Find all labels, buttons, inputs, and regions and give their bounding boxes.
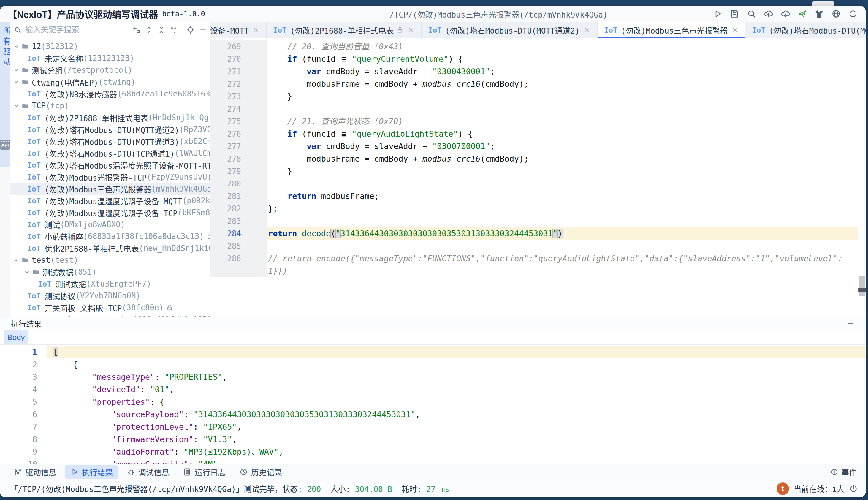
close-icon[interactable] xyxy=(408,27,415,34)
bottom-tab-play[interactable]: 执行结果 xyxy=(65,465,117,479)
json-line-content: "messageType": "PROPERTIES", xyxy=(47,371,866,383)
chevron-down-icon[interactable] xyxy=(13,79,20,85)
tree-item[interactable]: IoT测试协议(V2Yvb7DN6o0N) xyxy=(10,290,210,302)
tree-folder[interactable]: 测试数据(851) xyxy=(10,266,210,278)
code-token: "firmwareVersion" xyxy=(111,435,193,444)
iot-badge: IoT xyxy=(27,137,41,146)
result-json-viewer[interactable]: 1[2 {3 "messageType": "PROPERTIES",4 "de… xyxy=(0,345,866,464)
line-number: 283 xyxy=(210,215,267,227)
close-icon[interactable] xyxy=(253,27,260,34)
editor-tab[interactable]: IoT(勿改)塔石Modbus-DTU(MQTT通 xyxy=(745,22,866,38)
code-line-content: modbusFrame = cmdBody + modbus_crc16(cmd… xyxy=(267,78,866,90)
expand-all-icon[interactable] xyxy=(145,25,153,34)
code-editor[interactable]: 269 // 20. 查询当前音量 (0x43)270 if (funcId ≡… xyxy=(210,38,866,317)
collapse-panel-icon[interactable] xyxy=(198,25,207,34)
events-button[interactable]: 事件 xyxy=(830,466,857,477)
add-group-icon[interactable] xyxy=(132,25,141,34)
tree-item[interactable]: IoT(勿改)塔石Modbus-DTU(TCP通道1)(lWAUlCmM53 xyxy=(10,147,210,159)
editor-tab[interactable]: IoT(勿改)2P1688-单相挂式电表 xyxy=(266,22,422,38)
locate-icon[interactable] xyxy=(186,25,195,34)
tree-item[interactable]: IoT小蘑菇插座(68831a1f38fc106a8dac3c13) xyxy=(10,230,210,242)
code-token: ) { xyxy=(458,129,472,138)
bottom-tab-sliders[interactable]: 驱动信息 xyxy=(9,465,61,479)
code-token: modbusFrame; xyxy=(317,192,379,201)
sort-az-icon[interactable]: AZ xyxy=(170,25,178,34)
tree-item-id: (tcp) xyxy=(46,101,69,110)
title-bar: 【NexIoT】产品协议驱动编写调试器 beta-1.0.0 /TCP/(勿改)… xyxy=(0,6,866,22)
tree-item[interactable]: IoT(勿改)Modbus温湿度光照子设备-TCP(bKFSm8yKgy xyxy=(10,207,210,218)
save-icon[interactable] xyxy=(730,9,740,19)
code-token: (funcId xyxy=(297,129,341,138)
avatar[interactable]: t xyxy=(777,482,789,495)
search-input[interactable] xyxy=(25,25,132,35)
minimize-icon[interactable] xyxy=(847,319,855,328)
json-line-content: "properties": { xyxy=(47,396,866,408)
power-icon[interactable] xyxy=(849,484,858,493)
iot-badge: IoT xyxy=(428,26,442,34)
collapse-all-icon[interactable] xyxy=(157,25,165,34)
tree-folder[interactable]: 测试分组(/testprotocol) xyxy=(10,64,210,76)
tab-label: (勿改)塔石Modbus-DTU(MQTT通 xyxy=(769,25,866,36)
tree-item-label: TCP xyxy=(32,101,46,110)
bottom-tab-log[interactable]: 运行日志 xyxy=(178,465,230,479)
tree-folder[interactable]: test(test) xyxy=(10,254,210,266)
tree-item[interactable]: IoT开关面板-MQTT-doc编写(688cd92fdb9e0158872 xyxy=(10,314,210,317)
api-icon[interactable]: API xyxy=(0,140,10,150)
bottom-tab-bug[interactable]: 调试信息 xyxy=(122,465,174,479)
cloud-upload-icon[interactable] xyxy=(764,9,773,19)
chevron-down-icon[interactable] xyxy=(24,269,30,275)
tree-item[interactable]: IoT(勿改)塔石Modbus-DTU(MQTT通道2)(RpZ3VQIa6Y xyxy=(10,124,210,135)
tree-item-label: 测试 xyxy=(45,219,60,230)
tab-body[interactable]: Body xyxy=(4,330,28,344)
code-line: 285 xyxy=(210,240,866,252)
tree-item[interactable]: IoT(勿改)NB水浸传感器(68bd7ea11c9e6085163c3f5 xyxy=(10,88,210,100)
theme-shirt-icon[interactable] xyxy=(814,9,824,19)
tree-folder[interactable]: 12(312312) xyxy=(10,41,210,52)
background-tab xyxy=(812,1,834,6)
tree-item[interactable]: IoT开关面板-文档版-TCP(38fc80e) xyxy=(10,302,210,314)
close-icon[interactable] xyxy=(584,27,591,34)
nav-item-all-drivers[interactable]: 所有驱动 API xyxy=(0,22,10,167)
chevron-down-icon[interactable] xyxy=(13,257,20,263)
chevron-down-icon[interactable] xyxy=(13,43,20,49)
code-line: 279 } xyxy=(210,165,866,178)
tree-item[interactable]: IoT(勿改)2P1688-单相挂式电表(HnDdSnj1kiQg) xyxy=(10,112,210,124)
tree-item[interactable]: IoT(勿改)Modbus温湿度光照子设备-MQTT(p0B2kKqdJ xyxy=(10,195,210,207)
line-number: 10 xyxy=(0,458,47,464)
bottom-tab-clock[interactable]: 历史记录 xyxy=(235,465,287,479)
tree-item[interactable]: IoT(勿改)塔石Modbus温湿度光照子设备-MQTT-RTU(3 xyxy=(10,159,210,171)
tree-item-id: (p0B2kKqdJ xyxy=(182,196,210,205)
tree-item-label: (勿改)Modbus温湿度光照子设备-MQTT xyxy=(45,195,182,206)
refresh-icon[interactable] xyxy=(848,9,858,19)
editor-tab[interactable]: IoT(勿改)塔石Modbus-DTU(MQTT通道2) xyxy=(422,22,597,38)
code-token: ≡ xyxy=(341,54,347,64)
close-icon[interactable] xyxy=(732,27,739,34)
editor-tab[interactable]: 设备-MQTT xyxy=(210,22,266,38)
chevron-down-icon[interactable] xyxy=(13,102,20,109)
tree-folder[interactable]: TCP(tcp) xyxy=(10,100,210,112)
tree-item[interactable]: IoT(勿改)Modbus三色声光报警器(mVnhk9Vk4QGa) xyxy=(10,183,210,195)
chevron-down-icon[interactable] xyxy=(13,67,20,73)
tree-item[interactable]: IoT测试数据(Xtu3ErgfePF7) xyxy=(10,278,210,290)
globe-icon[interactable] xyxy=(831,9,841,19)
code-token: [ xyxy=(54,348,58,356)
tree-item[interactable]: IoT优化2P1688-单相挂式电表(new_HnDdSnj1kiQg) xyxy=(10,242,210,254)
tree-folder[interactable]: Ctwing(电信AEP)(ctwing) xyxy=(10,76,210,88)
run-icon[interactable] xyxy=(713,9,722,19)
editor-tab[interactable]: IoT(勿改)Modbus三色声光报警器 xyxy=(597,22,745,38)
tree-item-id: (312312) xyxy=(41,42,78,51)
code-token: (cmdBody); xyxy=(480,79,529,89)
divider xyxy=(182,26,182,34)
tree-item[interactable]: IoT(勿改)Modbus光报警器-TCP(FzpVZ9unsUvU) xyxy=(10,171,210,183)
tree-item[interactable]: IoT(勿改)塔石Modbus-DTU(MQTT通道3)(xbE2CHuBd xyxy=(10,135,210,147)
scrollbar-thumb[interactable] xyxy=(859,276,865,296)
json-line-content: { xyxy=(47,359,866,371)
code-line-content: }; xyxy=(267,203,866,215)
cloud-download-icon[interactable] xyxy=(780,9,790,19)
tree-item[interactable]: IoT未定义名称(123123123) xyxy=(10,52,210,64)
editor-scrollbar[interactable] xyxy=(858,38,866,317)
tree-item[interactable]: IoT测试(DMxljo8wABX0) xyxy=(10,218,210,230)
search-icon[interactable] xyxy=(746,9,756,19)
send-icon[interactable] xyxy=(797,9,807,19)
code-token: "queryAudioLightState" xyxy=(352,129,458,138)
